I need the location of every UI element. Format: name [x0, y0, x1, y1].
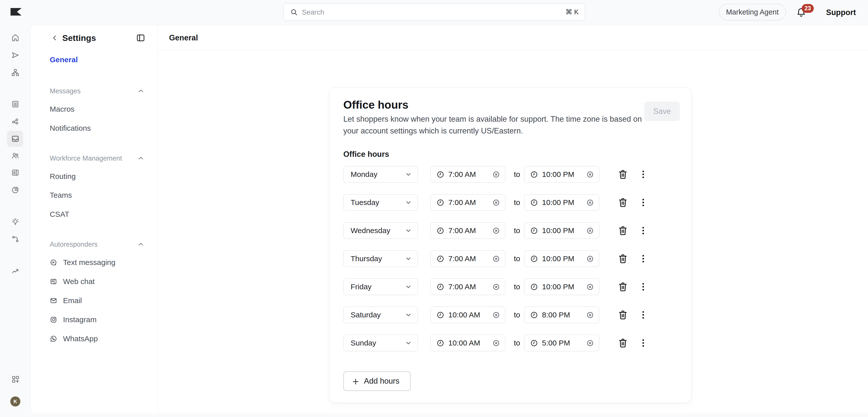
end-time-input[interactable]: 10:00 PM — [524, 250, 599, 267]
kebab-menu-icon[interactable] — [638, 225, 648, 236]
share-nodes-icon[interactable] — [11, 117, 20, 126]
start-time-input[interactable]: 10:00 AM — [431, 335, 505, 351]
day-select[interactable]: Saturday — [343, 307, 418, 323]
sidebar-section-messages[interactable]: Messages — [50, 86, 81, 96]
app-logo-icon[interactable] — [10, 8, 22, 15]
clock-icon — [436, 170, 444, 179]
day-select[interactable]: Sunday — [343, 335, 418, 351]
clear-x-circle-icon[interactable] — [492, 199, 500, 207]
end-time-input[interactable]: 10:00 PM — [524, 278, 599, 295]
chevron-down-icon — [405, 283, 412, 290]
kebab-menu-icon[interactable] — [638, 253, 648, 264]
kebab-menu-icon[interactable] — [638, 338, 648, 348]
trash-icon[interactable] — [617, 281, 628, 292]
office-hours-row: Sunday 10:00 AM to 5:00 PM — [343, 335, 678, 351]
day-select[interactable]: Tuesday — [343, 194, 418, 211]
office-hours-title: Office hours — [343, 99, 408, 111]
customers-icon[interactable] — [11, 151, 20, 160]
start-time-input[interactable]: 7:00 AM — [431, 250, 505, 267]
clear-x-circle-icon[interactable] — [586, 283, 594, 291]
back-chevron-icon[interactable] — [51, 34, 59, 42]
envelope-icon — [50, 297, 57, 304]
start-time-input[interactable]: 7:00 AM — [431, 166, 505, 183]
send-icon[interactable] — [11, 51, 20, 60]
clock-icon — [530, 255, 538, 263]
clear-x-circle-icon[interactable] — [586, 311, 594, 319]
sidebar-section-autoresponders[interactable]: Autoresponders — [50, 239, 98, 249]
sidebar-item-csat[interactable]: CSAT — [50, 209, 69, 220]
day-select[interactable]: Friday — [343, 278, 418, 295]
integrations-route-icon[interactable] — [11, 235, 20, 243]
clear-x-circle-icon[interactable] — [492, 227, 500, 235]
start-time-input[interactable]: 7:00 AM — [431, 278, 505, 295]
workspace-label[interactable]: Support — [826, 0, 856, 25]
clock-icon — [530, 227, 538, 235]
clear-x-circle-icon[interactable] — [492, 255, 500, 263]
user-avatar[interactable]: K — [10, 396, 20, 407]
clear-x-circle-icon[interactable] — [492, 283, 500, 291]
end-time-input[interactable]: 10:00 PM — [524, 222, 599, 239]
sidebar-item-macros[interactable]: Macros — [50, 104, 74, 115]
clear-x-circle-icon[interactable] — [586, 171, 594, 178]
chevron-up-icon[interactable] — [137, 241, 145, 248]
to-label: to — [510, 307, 524, 323]
trash-icon[interactable] — [617, 169, 628, 180]
day-select[interactable]: Wednesday — [343, 222, 418, 239]
save-button[interactable]: Save — [644, 102, 680, 121]
workflow-icon[interactable] — [11, 68, 20, 77]
trash-icon[interactable] — [617, 253, 628, 264]
kebab-menu-icon[interactable] — [638, 169, 648, 180]
apps-add-icon[interactable] — [11, 375, 20, 383]
office-hours-rows: Monday 7:00 AM to 10:00 PM — [343, 166, 678, 363]
sidebar-item-notifications[interactable]: Notifications — [50, 123, 91, 134]
growth-trend-icon[interactable] — [11, 267, 20, 275]
end-time-input[interactable]: 5:00 PM — [524, 335, 599, 351]
assist-bulb-icon[interactable] — [11, 217, 20, 226]
news-icon[interactable] — [11, 168, 20, 177]
chevron-up-icon[interactable] — [137, 154, 145, 162]
day-select[interactable]: Thursday — [343, 250, 418, 267]
account-pill-button[interactable]: Marketing Agent — [719, 4, 786, 20]
home-icon[interactable] — [11, 33, 20, 42]
trash-icon[interactable] — [617, 197, 628, 208]
clock-icon — [436, 227, 444, 235]
sidebar-section-workforce-management[interactable]: Workforce Management — [50, 153, 122, 163]
clear-x-circle-icon[interactable] — [492, 311, 500, 319]
clear-x-circle-icon[interactable] — [586, 255, 594, 263]
clear-x-circle-icon[interactable] — [586, 339, 594, 347]
chevron-up-icon[interactable] — [137, 87, 145, 95]
sidebar-item-routing[interactable]: Routing — [50, 171, 75, 182]
sidebar-item-teams[interactable]: Teams — [50, 190, 72, 201]
add-hours-button[interactable]: Add hours — [343, 371, 411, 391]
day-select[interactable]: Monday — [343, 166, 418, 183]
main-body: Office hours Let shoppers know when your… — [158, 50, 868, 414]
end-time-input[interactable]: 8:00 PM — [524, 307, 599, 323]
trash-icon[interactable] — [617, 338, 628, 348]
to-label: to — [510, 250, 524, 267]
start-time-input[interactable]: 7:00 AM — [431, 222, 505, 239]
start-time-input[interactable]: 7:00 AM — [431, 194, 505, 211]
clear-x-circle-icon[interactable] — [586, 227, 594, 235]
trash-icon[interactable] — [617, 225, 628, 236]
inbox-icon[interactable] — [11, 135, 20, 143]
global-search[interactable]: ⌘ K — [284, 3, 585, 21]
chevron-down-icon — [405, 171, 412, 178]
chevron-down-icon — [405, 339, 412, 347]
trash-icon[interactable] — [617, 309, 628, 320]
clear-x-circle-icon[interactable] — [586, 199, 594, 207]
reports-pie-icon[interactable] — [11, 186, 20, 194]
start-time-input[interactable]: 10:00 AM — [431, 307, 505, 323]
kebab-menu-icon[interactable] — [638, 281, 648, 292]
documents-icon[interactable] — [11, 100, 20, 108]
instagram-icon — [50, 316, 57, 323]
kebab-menu-icon[interactable] — [638, 309, 648, 320]
panel-toggle-icon[interactable] — [136, 33, 146, 43]
sidebar-item-general[interactable]: General — [50, 54, 78, 65]
clear-x-circle-icon[interactable] — [492, 171, 500, 178]
end-time-input[interactable]: 10:00 PM — [524, 194, 599, 211]
settings-sidebar: Settings General Messages Macros Notific… — [30, 25, 158, 414]
clear-x-circle-icon[interactable] — [492, 339, 500, 347]
end-time-input[interactable]: 10:00 PM — [524, 166, 599, 183]
kebab-menu-icon[interactable] — [638, 197, 648, 208]
search-input[interactable] — [301, 4, 559, 21]
